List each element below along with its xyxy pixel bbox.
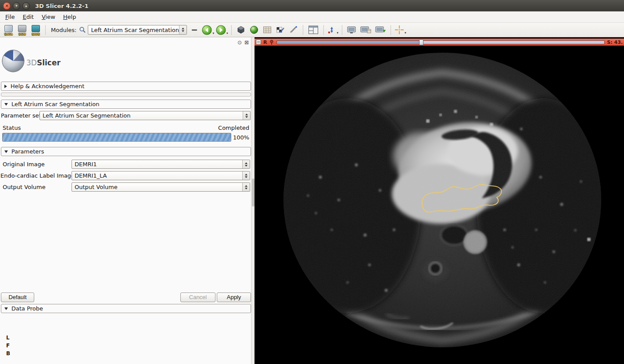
module-section-header[interactable]: Left Atrium Scar Segmentation [1, 100, 251, 109]
crosshair-button[interactable]: ▾ [394, 25, 406, 35]
slider-handle[interactable] [419, 39, 423, 45]
menu-edit[interactable]: Edit [19, 12, 38, 21]
status-value: Completed [218, 125, 249, 131]
logo-slicer-text: Slicer [37, 58, 61, 67]
transforms-dropdown-icon[interactable]: ▾ [337, 31, 338, 35]
window-title: 3D Slicer 4.2.2-1 [35, 3, 89, 9]
parameter-set-combobox[interactable]: Left Atrium Scar Segmentation [39, 111, 251, 120]
previous-module-dropdown-icon[interactable]: ▾ [212, 32, 214, 35]
menubar: File Edit View Help [0, 11, 624, 23]
save-icon-label: SAVE [30, 32, 41, 36]
combo-spinner-icon[interactable] [242, 183, 250, 191]
modules-combobox[interactable]: Left Atrium Scar Segmentation [88, 25, 187, 35]
toolbar-separator [231, 25, 232, 35]
dataprobe-layer-F-label: F [6, 343, 10, 349]
parameter-set-label: Parameter set: [1, 112, 43, 119]
progress-bar [2, 133, 231, 142]
module-history-button[interactable] [189, 24, 200, 36]
toolbar-separator [342, 25, 342, 35]
titlebar[interactable]: × ▾ ▴ 3D Slicer 4.2.2-1 [0, 0, 624, 11]
dataprobe-layer-B-label: B [6, 350, 10, 357]
scene-view-save-button[interactable] [359, 24, 372, 36]
minimize-window-button[interactable]: ▾ [13, 2, 20, 10]
screenshot-button[interactable] [275, 24, 286, 36]
measurement-pen-button[interactable] [288, 24, 299, 36]
combo-spinner-icon[interactable] [242, 160, 250, 168]
toolbar-separator [391, 25, 391, 35]
menu-file[interactable]: File [1, 12, 19, 21]
progress-bar-fill [3, 133, 231, 141]
maximize-window-button[interactable]: ▴ [22, 2, 30, 10]
transforms-arrows-button[interactable]: ▾ [327, 25, 338, 35]
expanded-arrow-icon [4, 103, 8, 106]
scene-view-restore-button[interactable] [374, 24, 387, 36]
next-module-dropdown-icon[interactable]: ▾ [226, 32, 228, 35]
collapse-controller-button[interactable]: − [256, 39, 261, 45]
endocardiac-label-image-combobox[interactable]: DEMRI1_LA [72, 171, 250, 180]
original-image-value: DEMRI1 [72, 161, 242, 168]
panel-scrollbar[interactable] [251, 37, 255, 364]
progress-percent-label: 100% [233, 134, 249, 141]
original-image-label: Original Image [3, 161, 45, 168]
cancel-button[interactable]: Cancel [180, 293, 215, 302]
load-data-icon: DATA [3, 25, 14, 36]
data-probe-section-header[interactable]: Data Probe [1, 304, 251, 313]
expanded-arrow-icon [4, 307, 8, 310]
dicom-button[interactable]: DCM [16, 24, 28, 36]
collapsed-section-bar[interactable] [1, 93, 251, 96]
parameters-section-label: Parameters [11, 148, 44, 155]
apply-button[interactable]: Apply [217, 293, 251, 302]
dicom-icon-label: DCM [17, 32, 28, 36]
float-panel-button[interactable]: ⊙ [237, 40, 242, 45]
combo-spinner-icon[interactable] [242, 171, 250, 180]
main-area: ⊙ ⊠ 3DSlicer Help & Acknowledgement [0, 37, 624, 364]
module-search-icon[interactable] [79, 26, 86, 33]
combo-spinner-icon[interactable] [179, 25, 186, 34]
dicom-icon-art [18, 25, 26, 32]
status-label: Status [3, 125, 21, 131]
slice-offset-slider[interactable] [276, 39, 605, 45]
collapsed-arrow-icon [4, 85, 7, 88]
close-window-button[interactable]: × [3, 2, 11, 10]
dataprobe-layer-L-label: L [6, 335, 10, 341]
window-controls: × ▾ ▴ [3, 2, 30, 10]
layout-selector-button[interactable] [307, 24, 320, 36]
module-panel: ⊙ ⊠ 3DSlicer Help & Acknowledgement [0, 37, 251, 364]
save-button[interactable]: SAVE [30, 24, 42, 36]
crosshair-dropdown-icon[interactable]: ▾ [405, 31, 406, 35]
toolbar-separator [45, 25, 46, 35]
slicer-logo-text: 3DSlicer [26, 58, 61, 67]
slice-grid-button[interactable] [262, 24, 273, 36]
close-panel-button[interactable]: ⊠ [244, 40, 249, 45]
parameter-set-value: Left Atrium Scar Segmentation [40, 112, 243, 119]
load-data-icon-art [4, 25, 13, 32]
output-volume-combobox[interactable]: Output Volume [72, 182, 250, 192]
menu-help[interactable]: Help [59, 12, 80, 21]
save-icon-art [32, 25, 40, 32]
screen-capture-button[interactable] [346, 24, 357, 36]
pin-icon[interactable] [269, 39, 274, 45]
slider-groove[interactable] [276, 40, 605, 44]
toolbar-separator [303, 25, 303, 35]
default-button[interactable]: Default [1, 293, 34, 302]
help-section-label: Help & Acknowledgement [11, 83, 84, 89]
volume-cube-button[interactable] [235, 24, 247, 36]
combo-spinner-icon[interactable] [243, 111, 250, 120]
data-probe-section-label: Data Probe [11, 305, 43, 312]
output-volume-value: Output Volume [72, 184, 242, 190]
expanded-arrow-icon [4, 150, 8, 153]
red-slice-view[interactable]: − R S: 43. [255, 37, 624, 364]
slicer-logo [1, 49, 25, 73]
extensions-sphere-button[interactable] [248, 24, 260, 36]
mri-axial-slice-image[interactable] [255, 46, 624, 364]
slicer-window: × ▾ ▴ 3D Slicer 4.2.2-1 File Edit View H… [0, 0, 624, 364]
original-image-combobox[interactable]: DEMRI1 [72, 160, 250, 169]
previous-module-button[interactable]: ▾ [202, 25, 214, 35]
help-section-header[interactable]: Help & Acknowledgement [1, 82, 251, 91]
menu-view[interactable]: View [38, 12, 59, 21]
red-slice-controller-bar: − R S: 43. [255, 39, 624, 46]
next-module-button[interactable]: ▾ [216, 25, 228, 35]
parameters-section-header[interactable]: Parameters [1, 147, 251, 156]
toolbar-separator [323, 25, 324, 35]
load-data-button[interactable]: DATA [3, 24, 14, 36]
